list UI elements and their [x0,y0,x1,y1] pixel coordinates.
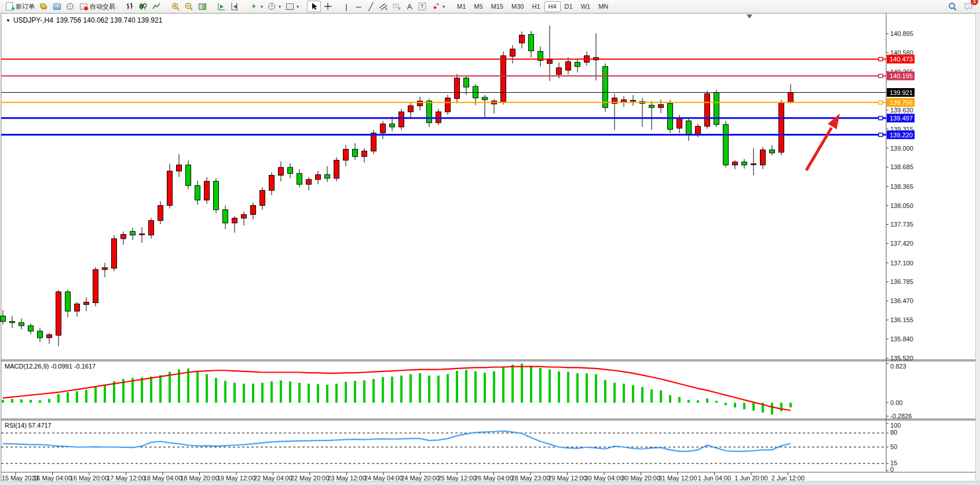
candle [158,206,163,221]
channel-tool-button[interactable]: E [377,1,390,12]
svg-text:-0.2826: -0.2826 [890,413,912,420]
auto-trading-button[interactable]: 自动交易 [77,1,117,12]
collapse-triangle-icon[interactable]: ▼ [6,18,10,23]
svg-text:30 May 04:00: 30 May 04:00 [585,475,624,482]
template-icon [285,2,294,11]
crosshair-tool-button[interactable] [321,1,334,12]
candle [631,100,636,101]
chart-shift-button[interactable] [228,1,241,12]
candle [482,97,488,100]
fibonacci-tool-button[interactable]: F [390,1,403,12]
new-order-button[interactable]: 新订单 [3,1,36,12]
line-chart-mode-button[interactable] [150,1,163,12]
notifications-button[interactable]: 1 [962,1,975,12]
svg-text:1 Jun 20:00: 1 Jun 20:00 [734,475,768,482]
timeframe-m1-button[interactable]: M1 [453,1,470,12]
svg-text:136.785: 136.785 [890,278,913,285]
auto-scroll-icon [217,2,226,11]
candle [659,104,664,107]
timeframe-h4-button[interactable]: H4 [544,1,561,12]
svg-text:19 May 12:00: 19 May 12:00 [217,475,256,482]
indicators-add-icon: + [249,2,258,11]
svg-text:18 May 20:00: 18 May 20:00 [180,475,219,482]
alerts-button[interactable] [37,1,50,12]
svg-text:16 May 20:00: 16 May 20:00 [70,475,109,482]
svg-text:1 Jun 04:00: 1 Jun 04:00 [698,475,732,482]
svg-text:138.050: 138.050 [890,202,913,209]
svg-text:139.756: 139.756 [890,99,913,106]
candle [251,206,256,215]
svg-text:17 May 12:00: 17 May 12:00 [107,475,145,482]
chart-canvas[interactable]: 140.895140.580140.265139.630139.315139.0… [0,0,980,485]
svg-text:22 May 04:00: 22 May 04:00 [254,475,292,482]
candle [751,164,756,165]
price-badge: 140.195 [887,71,915,80]
svg-text:2 Jun 12:00: 2 Jun 12:00 [771,475,805,482]
svg-text:0.823: 0.823 [890,363,906,370]
terminal-button[interactable] [50,1,63,12]
svg-text:28 May 23:00: 28 May 23:00 [511,475,550,482]
svg-text:138.365: 138.365 [890,183,913,190]
candle [362,151,367,156]
candle [232,218,237,223]
candle [204,181,210,200]
text-label-tool-button[interactable]: T [416,1,429,12]
indicators-button[interactable]: + ▾ [247,1,265,12]
equidistant-channel-icon: E [379,2,388,11]
timeframe-mn-button[interactable]: MN [594,1,612,12]
candle [84,302,89,304]
cursor-tool-button[interactable] [307,1,321,12]
candle [677,118,682,128]
timeframe-h1-button[interactable]: H1 [528,1,544,12]
candle [464,78,469,87]
candle [742,162,747,165]
candle [260,191,265,206]
templates-button[interactable]: ▾ [283,1,301,12]
svg-text:140.473: 140.473 [890,56,913,63]
zoom-in-button[interactable] [169,1,182,12]
vertical-line-tool-button[interactable]: | [341,1,352,12]
window-scrollbar[interactable] [975,13,980,481]
candlestick-mode-button[interactable] [137,1,149,12]
price-badge: 140.473 [887,54,915,63]
timeframe-w1-button[interactable]: W1 [577,1,595,12]
candle [343,149,349,161]
candle [47,335,52,338]
candle [75,304,80,312]
tile-windows-button[interactable] [196,1,209,12]
cursor-icon [309,2,319,11]
candle [10,322,15,323]
sound-button[interactable] [64,1,76,12]
candle [696,126,701,135]
timeframe-d1-button[interactable]: D1 [561,1,577,12]
mt4-window: 新订单 自动交易 [0,0,980,485]
timeframe-m15-button[interactable]: M15 [487,1,507,12]
text-label-icon: T [418,2,427,11]
search-button[interactable] [946,1,959,12]
trendline-tool-button[interactable]: ╱ [365,1,376,12]
vertical-line-icon: | [345,2,347,11]
svg-text:137.100: 137.100 [890,260,913,267]
candle [733,162,738,165]
candle [56,292,61,336]
svg-text:139.921: 139.921 [890,89,913,96]
svg-text:136.470: 136.470 [890,297,913,304]
timeframe-group: M1M5M15M30H1H4D1W1MN [453,1,612,12]
svg-text:24 May 04:00: 24 May 04:00 [364,475,403,482]
horizontal-line-icon: ─ [356,2,361,11]
periods-button[interactable]: ▾ [265,1,283,12]
candle [455,78,460,99]
zoom-out-button[interactable] [182,1,195,12]
bar-chart-mode-button[interactable] [123,1,136,12]
timeframe-m5-button[interactable]: M5 [470,1,487,12]
chevron-down-icon: ▾ [297,4,299,9]
chevron-down-icon: ▾ [261,4,263,9]
arrows-tool-button[interactable]: ▾ [429,1,447,12]
candle [408,106,414,112]
macd-name: MACD(12,26,9) [5,363,49,370]
macd-values: -0.0991 -0.1617 [50,363,96,370]
auto-scroll-button[interactable] [215,1,228,12]
timeframe-m30-button[interactable]: M30 [507,1,528,12]
text-tool-button[interactable]: A [404,1,415,12]
horizontal-line-tool-button[interactable]: ─ [353,1,364,12]
